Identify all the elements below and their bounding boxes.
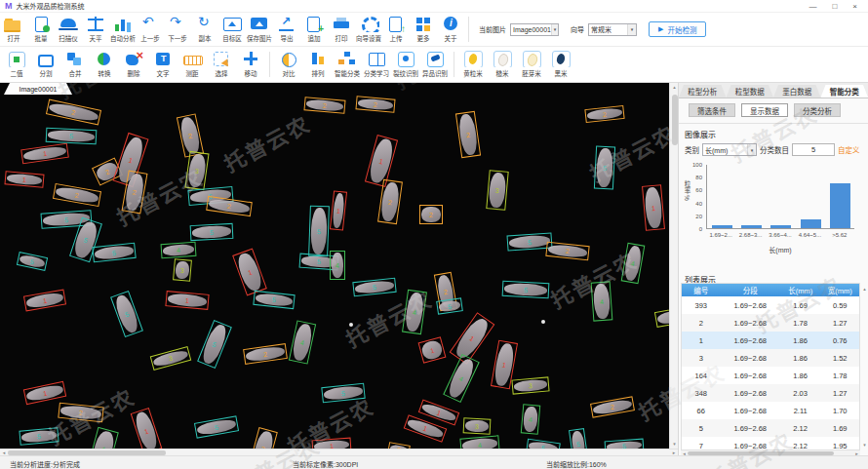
toolbar-item-select[interactable]: 选择 [207,47,236,82]
grain-box[interactable]: 5 [605,439,645,449]
grain-box[interactable]: 1 [165,291,209,310]
toolbar-item-save-image[interactable]: 保存图片 [246,13,273,46]
toolbar-item-target-area[interactable]: 目标区 [218,13,246,46]
table-header-cell[interactable]: 长(mm) [780,284,821,296]
table-scroll-down-icon[interactable]: ▾ [861,441,868,449]
scroll-down-icon[interactable]: ▾ [670,440,679,449]
grain-box[interactable]: 3 [184,151,209,190]
grain-box[interactable]: 2 [53,183,101,207]
table-row[interactable]: 3481.69~2.682.031.27 [682,384,859,402]
toolbar-item-germ-rice[interactable]: 胚芽米 [517,47,546,82]
toolbar-item-previous-step[interactable]: 上一步 [137,13,164,46]
grain-box[interactable]: 4 [88,427,119,449]
minimize-button[interactable]: — [809,2,816,11]
grain-box[interactable]: 2 [387,442,411,449]
wizard-dropdown[interactable]: 常规米 ▾ [588,23,637,36]
table-row[interactable]: 31.69~2.681.861.52 [682,349,859,367]
grain-box[interactable]: 3 [463,417,492,434]
toolbar-item-export[interactable]: 导出 [273,13,300,46]
grain-box[interactable]: 4 [161,242,197,258]
tab-chalkiness-data[interactable]: 垩白数据 [773,85,821,98]
grain-box[interactable]: 5 [19,427,59,445]
custom-link[interactable]: 自定义 [838,144,860,155]
grain-box[interactable]: 2 [355,96,395,112]
grain-box[interactable]: 5 [253,291,295,309]
toolbar-item-balance[interactable]: 天平 [82,13,109,46]
grain-box[interactable]: 4 [330,251,345,280]
subtab-classification-analysis[interactable]: 分类分析 [794,103,841,117]
grain-box[interactable]: 5 [110,291,143,337]
table-row[interactable]: 3931.69~2.681.690.59 [682,296,859,314]
table-scroll-up-icon[interactable]: ▴ [861,285,868,293]
grain-box[interactable]: 2 [58,403,103,423]
grain-box[interactable]: 1 [131,408,163,449]
table-row[interactable]: 11.69~2.681.860.76 [682,332,859,349]
toolbar-item-next-step[interactable]: 下一步 [164,13,191,46]
table-row[interactable]: 661.69~2.682.111.70 [682,402,859,419]
category-dropdown[interactable]: 长(mm) ▾ [702,143,757,156]
grain-box[interactable]: 3 [654,306,669,328]
table-header-cell[interactable]: 宽(mm) [820,284,859,296]
grain-box[interactable]: 3 [173,258,192,281]
toolbar-item-auto-analysis[interactable]: 自动分析 [109,13,137,46]
scroll-up-icon[interactable]: ▴ [670,83,679,92]
grain-box[interactable]: 5 [526,439,561,449]
tab-grain-shape-analysis[interactable]: 粒型分析 [679,85,727,98]
toolbar-item-split[interactable]: 分割 [31,47,60,82]
toolbar-item-foreign-detect[interactable]: 异品识别 [420,47,450,82]
tab-grain-shape-data[interactable]: 粒型数据 [727,85,774,98]
toolbar-item-wizard-settings[interactable]: 向导设置 [355,13,382,46]
toolbar-item-arrange[interactable]: 排列 [303,47,333,82]
grain-box[interactable]: 1 [20,143,69,165]
grain-box[interactable]: 2 [206,196,253,216]
grain-box[interactable]: 1 [312,438,352,449]
start-detection-button[interactable]: ▶ 开始检测 [649,21,706,37]
toolbar-item-crack-detect[interactable]: 裂纹识别 [391,47,420,82]
tab-smart-classification[interactable]: 智能分类 [821,85,868,98]
toolbar-item-text[interactable]: 文字 [148,47,178,82]
grain-box[interactable]: 5 [352,278,396,297]
toolbar-item-open[interactable]: 打开 [0,13,27,46]
toolbar-item-more[interactable]: 更多 [410,13,437,46]
grain-box[interactable]: 5 [436,297,463,314]
close-button[interactable]: × [852,2,857,11]
grain-box[interactable]: 4 [289,320,316,364]
canvas-horizontal-scrollbar[interactable]: ◂ ▸ [0,449,678,455]
toolbar-item-merge[interactable]: 合并 [60,47,90,82]
table-header-cell[interactable]: 分段 [721,284,780,296]
grain-box[interactable]: 5 [92,243,136,263]
grain-box[interactable]: 5 [194,415,239,438]
grain-box[interactable]: 1 [23,289,66,311]
grain-box[interactable]: 5 [17,252,48,271]
toolbar-item-convert[interactable]: 转换 [90,47,119,82]
grain-box[interactable]: 5 [321,383,365,404]
toolbar-item-copy[interactable]: 副本 [191,13,218,46]
grain-box[interactable]: 2 [303,97,345,114]
maximize-button[interactable]: □ [832,2,837,11]
current-image-dropdown[interactable]: Image00001 ▾ [510,23,559,36]
grain-box[interactable]: 1 [450,312,495,365]
grain-box[interactable]: 5 [594,146,615,190]
canvas-vertical-scrollbar[interactable]: ▴ ▾ [669,83,678,449]
grain-box[interactable]: 2 [590,396,635,417]
scrollbar-thumb[interactable] [672,95,678,145]
toolbar-item-move[interactable]: 移动 [236,47,265,82]
grain-box[interactable]: 4 [459,435,499,449]
grain-box[interactable]: 1 [23,381,66,405]
grain-box[interactable]: 5 [190,223,234,241]
toolbar-item-upload[interactable]: 上传 [382,13,410,46]
grain-box[interactable]: 5 [502,281,550,298]
grain-box[interactable]: 1 [330,190,347,230]
grain-box[interactable]: 5 [308,206,330,257]
toolbar-item-classify-learn[interactable]: 分类学习 [362,47,391,82]
grain-box[interactable]: 5 [46,128,98,145]
toolbar-item-delete[interactable]: 删除 [119,47,148,82]
grain-box[interactable]: 4 [521,404,541,434]
grain-box[interactable]: 1 [4,171,44,187]
toolbar-item-yellow-rice[interactable]: 黄粒米 [458,47,488,82]
toolbar-item-black-rice[interactable]: 黑米 [546,47,575,82]
grain-box[interactable]: 2 [243,343,288,365]
grain-box[interactable]: 2 [249,427,278,449]
table-row[interactable]: 21.69~2.681.781.27 [682,314,859,332]
subtab-filter-conditions[interactable]: 筛选条件 [689,103,735,117]
